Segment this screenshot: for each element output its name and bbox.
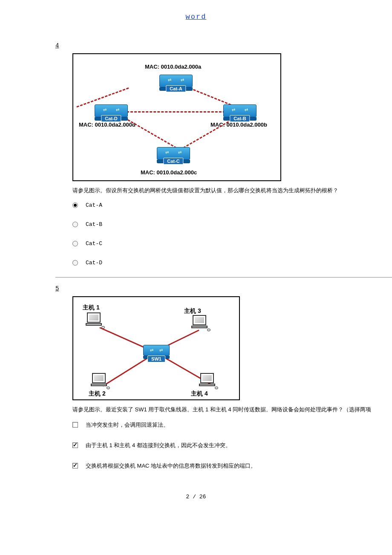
figure-q4: MAC: 0010.0da2.000a MAC: 0010.0da2.000b … — [72, 53, 281, 181]
option-row[interactable]: Cat-B — [72, 219, 392, 230]
link-line — [124, 117, 180, 150]
option-label: 交换机将根据交换机 MAC 地址表中的信息将数据转发到相应的端口。 — [86, 462, 256, 470]
option-label: Cat-C — [86, 240, 102, 247]
switch-label: Cat-C — [163, 158, 183, 165]
options-q5: 当冲突发生时，会调用回退算法。 由于主机 1 和主机 4 都连接到交换机，因此不… — [72, 419, 392, 472]
option-row[interactable]: 交换机将根据交换机 MAC 地址表中的信息将数据转发到相应的端口。 — [72, 460, 392, 472]
checkbox-checked-icon[interactable] — [72, 463, 78, 468]
host-label-4: 主机 4 — [191, 390, 208, 398]
pc-icon — [191, 315, 208, 331]
option-row[interactable]: 由于主机 1 和主机 4 都连接到交换机，因此不会发生冲突。 — [72, 439, 392, 452]
question-text-5: 请参见图示。最近安装了 SW1 用于取代集线器。主机 1 和主机 4 同时传送数… — [72, 405, 392, 414]
switch-cat-a: ⇄⇄ Cat-A — [159, 75, 193, 91]
link-line — [179, 117, 235, 150]
question-number-5[interactable]: 5 — [55, 285, 59, 292]
checkbox-checked-icon[interactable] — [72, 442, 78, 448]
option-row[interactable]: Cat-C — [72, 238, 392, 249]
radio-icon[interactable] — [72, 222, 78, 227]
question-4: 4 MAC: 0010.0da2.000a MAC: 0010.0da2.000… — [0, 42, 392, 269]
option-label: 由于主机 1 和主机 4 都连接到交换机，因此不会发生冲突。 — [86, 442, 231, 449]
question-5: 5 主机 1 主机 3 主机 2 主机 4 — [0, 285, 392, 472]
checkbox-icon[interactable] — [72, 422, 78, 428]
mac-label-left: MAC: 0010.0da2.000d — [79, 121, 135, 128]
header-word-link[interactable]: word — [0, 13, 392, 21]
mac-label-top: MAC: 0010.0da2.000a — [145, 64, 201, 70]
options-q4: Cat-A Cat-B Cat-C Cat-D — [72, 199, 392, 269]
mac-label-bottom: MAC: 0010.0da2.000c — [141, 169, 197, 176]
option-label: Cat-A — [86, 202, 102, 208]
question-text-4: 请参见图示。假设所有交换机的网桥优先级值都设置为默认值，那么哪台交换机将当选为生… — [72, 186, 392, 195]
switch-cat-b: ⇄⇄ Cat-B — [223, 104, 257, 121]
page-footer: 2 / 26 — [0, 494, 392, 500]
switch-cat-d: ⇄⇄ Cat-D — [95, 104, 128, 121]
option-row[interactable]: Cat-D — [72, 257, 392, 269]
radio-icon[interactable] — [72, 260, 78, 266]
switch-label: Cat-A — [166, 85, 186, 92]
page: word 4 MAC: 0010.0da2.000a MAC: 0010.0da… — [0, 0, 392, 513]
link-line — [127, 111, 233, 113]
separator — [55, 277, 392, 278]
pc-icon — [85, 312, 102, 329]
radio-checked-icon[interactable] — [72, 202, 78, 208]
option-row[interactable]: 当冲突发生时，会调用回退算法。 — [72, 419, 392, 431]
switch-sw1: ⇄⇄ SW1 — [143, 345, 170, 361]
host-label-2: 主机 2 — [89, 390, 106, 398]
option-label: Cat-B — [86, 221, 102, 228]
option-row[interactable]: Cat-A — [72, 199, 392, 211]
switch-label: Cat-B — [230, 115, 250, 122]
option-label: 当冲突发生时，会调用回退算法。 — [86, 421, 169, 429]
pc-icon — [90, 373, 107, 389]
switch-label: SW1 — [147, 356, 165, 362]
radio-icon[interactable] — [72, 241, 78, 246]
figure-q5: 主机 1 主机 3 主机 2 主机 4 ⇄⇄ — [72, 296, 240, 400]
host-label-1: 主机 1 — [83, 304, 100, 312]
question-number-4[interactable]: 4 — [55, 42, 59, 49]
switch-cat-c: ⇄⇄ Cat-C — [157, 147, 190, 163]
pc-icon — [199, 373, 216, 389]
switch-label: Cat-D — [101, 115, 121, 122]
host-label-3: 主机 3 — [184, 307, 201, 315]
option-label: Cat-D — [86, 260, 102, 266]
